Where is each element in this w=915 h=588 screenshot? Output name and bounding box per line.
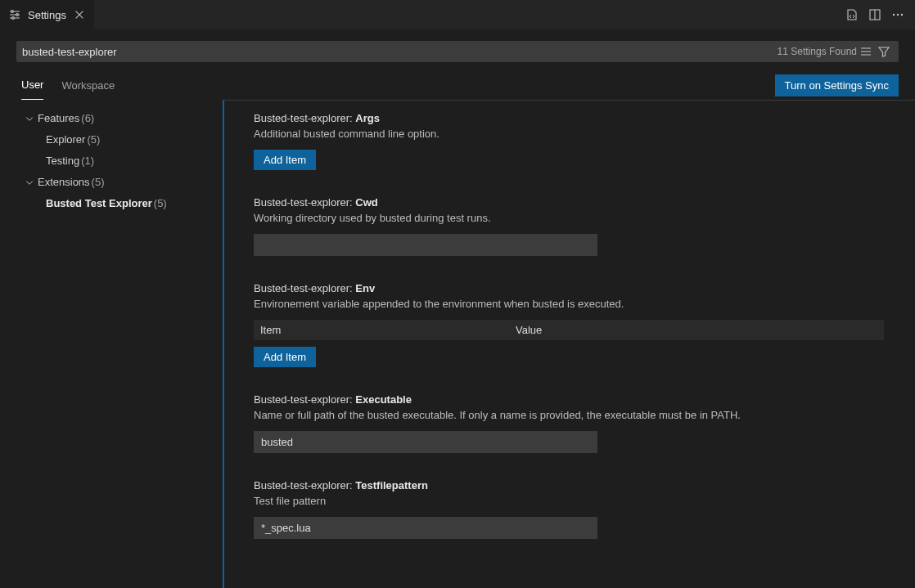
setting-prefix: Busted-test-explorer: [254,196,355,209]
setting-name: Env [355,282,375,294]
setting-executable: Busted-test-explorer: Executable Name or… [224,382,915,468]
chevron-down-icon [23,112,36,125]
settings-scope-row: User Workspace Turn on Settings Sync [0,65,915,100]
open-json-icon[interactable] [843,6,861,24]
toc-busted-test-explorer[interactable]: Busted Test Explorer (5) [10,193,213,214]
setting-title: Busted-test-explorer: Cwd [254,196,890,209]
svg-point-2 [12,17,15,20]
env-header-item: Item [254,320,507,340]
setting-testfilepattern: Busted-test-explorer: Testfilepattern Te… [224,468,915,554]
setting-name: Executable [355,393,412,406]
setting-description: Environement variable appended to the en… [254,298,890,310]
toc-label: Explorer [46,132,85,147]
setting-name: Args [355,112,380,124]
settings-sync-button[interactable]: Turn on Settings Sync [775,74,899,97]
results-count: 11 Settings Found [771,46,857,57]
setting-prefix: Busted-test-explorer: [254,112,355,124]
settings-search-box[interactable]: 11 Settings Found [16,41,899,62]
search-input[interactable] [22,43,771,61]
setting-args: Busted-test-explorer: Args Additional bu… [224,101,915,185]
setting-prefix: Busted-test-explorer: [254,393,355,406]
toc-explorer[interactable]: Explorer (5) [10,129,213,150]
tab-user[interactable]: User [21,70,43,100]
tab-actions [843,6,915,24]
svg-point-6 [901,14,903,16]
close-icon[interactable] [73,8,86,21]
chevron-down-icon [23,176,36,189]
testfilepattern-input[interactable] [254,517,597,539]
svg-point-1 [16,14,19,16]
svg-point-5 [897,14,899,16]
svg-point-0 [11,11,14,13]
toc-extensions[interactable]: Extensions (5) [10,172,213,193]
setting-description: Name or full path of the busted executab… [254,409,890,421]
toc-features[interactable]: Features (6) [10,108,213,129]
executable-input[interactable] [254,431,597,453]
setting-title: Busted-test-explorer: Executable [254,393,890,406]
toc-count: (5) [92,175,105,190]
toc-count: (6) [81,111,94,126]
env-table: Item Value [254,320,884,340]
settings-toc: Features (6) Explorer (5) Testing (1) Ex… [0,100,223,588]
tab-settings[interactable]: Settings [0,0,95,29]
toc-label: Features [38,111,79,126]
setting-description: Test file pattern [254,495,890,507]
settings-content[interactable]: Busted-test-explorer: Args Additional bu… [223,100,915,588]
svg-point-4 [893,14,895,16]
setting-title: Busted-test-explorer: Args [254,112,890,124]
settings-search-row: 11 Settings Found [0,29,915,65]
toc-count: (5) [154,196,167,211]
filter-icon[interactable] [875,43,893,61]
clear-search-icon[interactable] [857,43,875,61]
more-actions-icon[interactable] [889,6,907,24]
setting-description: Additional busted command line option. [254,128,890,140]
settings-body: Features (6) Explorer (5) Testing (1) Ex… [0,100,915,588]
toc-label: Testing [46,154,79,168]
editor-tabbar: Settings [0,0,915,29]
toc-label: Busted Test Explorer [46,196,152,211]
setting-cwd: Busted-test-explorer: Cwd Working direct… [224,185,915,271]
setting-name: Cwd [355,196,377,209]
setting-title: Busted-test-explorer: Testfilepattern [254,479,890,491]
tab-title: Settings [28,9,66,21]
toc-count: (1) [81,154,94,168]
setting-prefix: Busted-test-explorer: [254,479,355,491]
toc-label: Extensions [38,175,90,190]
add-item-button[interactable]: Add Item [254,347,316,367]
settings-icon [8,8,21,21]
toc-testing[interactable]: Testing (1) [10,150,213,172]
setting-env: Busted-test-explorer: Env Environement v… [224,271,915,382]
setting-prefix: Busted-test-explorer: [254,282,355,294]
toc-count: (5) [87,132,100,147]
tab-workspace[interactable]: Workspace [61,71,115,100]
setting-name: Testfilepattern [355,479,428,491]
add-item-button[interactable]: Add Item [254,150,316,170]
env-header-value: Value [507,320,884,340]
split-editor-icon[interactable] [866,6,884,24]
cwd-input[interactable] [254,234,597,256]
setting-description: Working directory used by busted during … [254,212,890,224]
setting-title: Busted-test-explorer: Env [254,282,890,294]
